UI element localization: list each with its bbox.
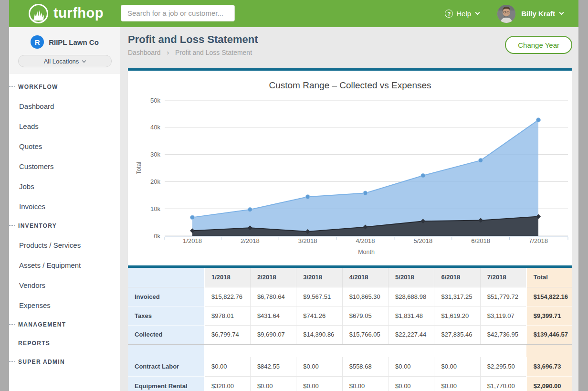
location-selector[interactable]: All Locations [18,55,112,67]
company[interactable]: R RIIPL Lawn Co [9,35,120,49]
svg-text:4/2018: 4/2018 [356,237,375,244]
column-header: 3/2018 [296,268,342,287]
svg-text:3/2018: 3/2018 [298,237,317,244]
cell-value [342,344,388,357]
column-header: 7/2018 [480,268,526,287]
chevron-down-icon [475,11,480,15]
sidebar-item-vendors[interactable]: Vendors [9,275,120,295]
section-dash-icon [9,324,15,325]
sidebar-item-customers[interactable]: Customers [9,156,120,176]
breadcrumb-dashboard[interactable]: Dashboard [128,49,161,56]
row-total [526,344,572,357]
sidebar-nav: WORKFLOWDashboardLeadsQuotesCustomersJob… [9,77,120,371]
column-header: 1/2018 [204,268,250,287]
cell-value: $978.01 [204,306,250,325]
section-dash-icon [9,86,15,87]
section-dash-icon [9,225,15,226]
sidebar-item-dashboard[interactable]: Dashboard [9,96,120,116]
row-label [128,344,204,357]
cell-value [388,344,434,357]
row-label: Equipment Rental [128,376,204,391]
row-label: Collected [128,325,204,344]
cell-value [296,344,342,357]
profit-loss-table: 1/20182/20183/20184/20185/20186/20187/20… [128,268,572,391]
profit-loss-table-card: 1/20182/20183/20184/20185/20186/20187/20… [128,265,572,391]
row-total: $3,696.73 [526,357,572,376]
nav-section-label: WORKFLOW [18,84,58,90]
nav-section-super-admin[interactable]: SUPER ADMIN [9,352,120,371]
sidebar-item-jobs[interactable]: Jobs [9,176,120,196]
sidebar-company-section: R RIIPL Lawn Co All Locations [9,27,120,74]
chevron-down-icon [559,11,564,15]
cell-value: $28,688.98 [388,287,434,306]
breadcrumb-current: Profit and Loss Statement [175,49,252,56]
cell-value: $6,780.64 [250,287,296,306]
left-gutter [0,0,9,391]
svg-text:2/2018: 2/2018 [241,237,260,244]
top-navigation-bar: turfhop ? Help Billy Kraft [9,0,578,27]
sidebar-item-quotes[interactable]: Quotes [9,136,120,156]
sidebar-item-products-services[interactable]: Products / Services [9,235,120,255]
cell-value: $2,295.50 [480,357,526,376]
cell-value: $0.00 [296,376,342,391]
user-name[interactable]: Billy Kraft [521,10,555,18]
svg-text:Total: Total [136,162,142,174]
app-logo[interactable]: turfhop [29,4,104,23]
app-window: turfhop ? Help Billy Kraft R RIIPL Lawn … [0,0,588,391]
cell-value: $558.68 [342,357,388,376]
table-row: Taxes$978.01$431.64$741.26$679.05$1,831.… [128,306,572,325]
cell-value: $0.00 [388,376,434,391]
cell-value: $51,779.72 [480,287,526,306]
company-avatar: R [31,35,44,49]
cell-value: $0.00 [388,357,434,376]
cell-value: $9,567.51 [296,287,342,306]
table-header-row: 1/20182/20183/20184/20185/20186/20187/20… [128,268,572,287]
column-header: Total [526,268,572,287]
row-label: Invoiced [128,287,204,306]
table-row [128,344,572,357]
cell-value [250,344,296,357]
user-avatar[interactable] [497,5,515,23]
cell-value: $31,317.25 [434,287,480,306]
table-row: Invoiced$15,822.76$6,780.64$9,567.51$10,… [128,287,572,306]
help-label: Help [456,10,471,18]
cell-value: $10,865.30 [342,287,388,306]
sidebar-item-invoices[interactable]: Invoices [9,196,120,216]
table-row: Contract Labor$0.00$842.55$0.00$558.68$0… [128,357,572,376]
nav-section-label: MANAGEMENT [18,321,66,328]
sidebar-item-leads[interactable]: Leads [9,116,120,136]
sidebar-item-expenses[interactable]: Expenses [9,295,120,315]
cell-value: $1,619.20 [434,306,480,325]
search-input[interactable] [121,5,235,21]
svg-text:7/2018: 7/2018 [529,237,548,244]
cell-value: $1,831.48 [388,306,434,325]
svg-text:0k: 0k [154,232,160,240]
cell-value: $0.00 [296,357,342,376]
nav-section-reports[interactable]: REPORTS [9,334,120,352]
cell-value: $9,690.07 [250,325,296,344]
help-menu[interactable]: ? Help [445,10,479,18]
main-content: Profit and Loss Statement Dashboard › Pr… [120,27,578,391]
scrollbar[interactable] [578,0,588,391]
breadcrumb-separator: › [167,49,169,56]
svg-text:1/2018: 1/2018 [183,237,202,244]
cell-value: $1,770.00 [480,376,526,391]
cell-value: $42,736.95 [480,325,526,344]
cell-value: $3,119.07 [480,306,526,325]
nav-section-management[interactable]: MANAGEMENT [9,315,120,334]
table-corner-cell [128,268,204,287]
svg-text:5/2018: 5/2018 [413,237,432,244]
svg-text:40k: 40k [150,124,160,131]
row-label: Taxes [128,306,204,325]
nav-section-label: INVENTORY [18,222,57,229]
nav-section-inventory[interactable]: INVENTORY [9,216,120,235]
sidebar-item-assets-equipment[interactable]: Assets / Equipment [9,255,120,275]
nav-section-workflow[interactable]: WORKFLOW [9,77,120,96]
row-total: $139,446.57 [526,325,572,344]
svg-text:30k: 30k [150,151,160,158]
change-year-button[interactable]: Change Year [505,36,572,54]
nav-section-label: SUPER ADMIN [18,359,65,365]
help-icon: ? [445,10,453,18]
cell-value: $741.26 [296,306,342,325]
column-header: 6/2018 [434,268,480,287]
